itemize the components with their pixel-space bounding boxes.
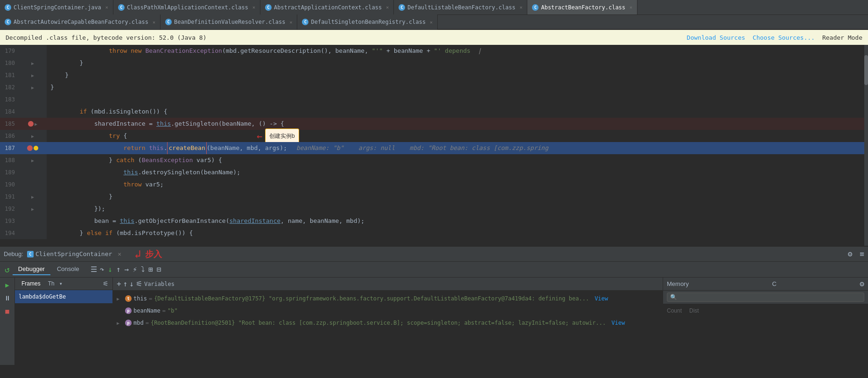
- pause-btn[interactable]: ⏸: [2, 292, 13, 304]
- fold-191: ▶: [31, 194, 34, 200]
- close-tab-7[interactable]: ✕: [289, 20, 292, 25]
- reader-mode-btn[interactable]: Reader Mode: [822, 34, 862, 41]
- memory-content: Count Dist: [663, 304, 868, 365]
- threads-filter-icon[interactable]: ⚟: [103, 280, 109, 287]
- line-content-179: throw new BeanCreationException(mbd.getR…: [47, 45, 868, 57]
- evaluate-btn[interactable]: ⚡: [132, 264, 138, 275]
- tab-abstractautowire[interactable]: C AbstractAutowireCapableBeanFactory.cla…: [0, 14, 161, 29]
- var-view-this[interactable]: View: [595, 295, 608, 302]
- tab-defaultsingleton[interactable]: C DefaultSingletonBeanRegistry.class ✕: [297, 14, 438, 29]
- code-scrollbar[interactable]: [864, 45, 868, 246]
- gutter-icons-185: ▶: [19, 121, 47, 127]
- code-line-180: 180 ▶ }: [0, 57, 868, 69]
- download-sources-link[interactable]: Download Sources: [687, 34, 745, 41]
- restart-btn[interactable]: ↺: [4, 264, 11, 275]
- close-tab-1[interactable]: ✕: [105, 5, 108, 10]
- var-row-this: ▶ t this = {DefaultListableBeanFactory@1…: [113, 292, 663, 305]
- line-content-186: try { ← 创建实例b: [47, 130, 868, 142]
- arrow-annotation-186: ←: [257, 130, 262, 142]
- line-content-183: [47, 93, 868, 106]
- memory-c: C: [772, 280, 776, 287]
- close-tab-8[interactable]: ✕: [430, 20, 433, 25]
- code-line-192: 192 ▶ });: [0, 203, 868, 215]
- var-expand-mbd[interactable]: ▶: [117, 321, 123, 326]
- var-eq-this: =: [149, 295, 152, 302]
- gutter-icons-186: ▶: [19, 134, 47, 139]
- step-into-btn[interactable]: ↓: [107, 264, 113, 275]
- var-icon-beanname: p: [125, 307, 132, 314]
- tab-label-7: BeanDefinitionValueResolver.class: [174, 19, 285, 25]
- line-content-191: }: [47, 191, 868, 203]
- tab-abstractapp[interactable]: C AbstractApplicationContext.class ✕: [260, 0, 394, 15]
- tab-defaultlistable[interactable]: C DefaultListableBeanFactory.class ✕: [394, 0, 527, 15]
- tab-icon-2: C: [118, 4, 125, 11]
- line-content-190: throw var5;: [47, 178, 868, 191]
- resume-btn[interactable]: ▶: [2, 279, 13, 291]
- tab-beandefinition[interactable]: C BeanDefinitionValueResolver.class ✕: [161, 14, 297, 29]
- step-over-btn[interactable]: ↷: [99, 264, 105, 275]
- close-tab-6[interactable]: ✕: [153, 20, 155, 25]
- step-out-btn[interactable]: ↑: [115, 264, 122, 275]
- threads-dropdown-icon[interactable]: ▾: [59, 280, 63, 287]
- frames-tab[interactable]: Frames: [19, 279, 43, 288]
- step-force-btn[interactable]: ⤵: [140, 264, 146, 275]
- line-num-182: 182: [0, 84, 19, 91]
- var-down-btn[interactable]: ↓: [129, 279, 134, 288]
- var-filter-btn[interactable]: ⚟: [136, 279, 142, 288]
- debug-file: C ClientSpringContainer: [27, 250, 112, 257]
- tab-label-1: ClientSpringContainer.java: [14, 4, 101, 11]
- frame-item-lambda[interactable]: lambda$doGetBe: [15, 290, 112, 303]
- panel-options-icon[interactable]: ≡: [860, 250, 864, 258]
- code-line-185: 185 ▶ sharedInstance = this.getSingleton…: [0, 118, 868, 130]
- close-tab-3[interactable]: ✕: [386, 5, 389, 10]
- variables-toolbar: + ↑ ↓ ⚟ Variables: [113, 278, 663, 291]
- tab-classpathxml[interactable]: C ClassPathXmlApplicationContext.class ✕: [113, 0, 260, 15]
- var-up-btn[interactable]: ↑: [123, 279, 128, 288]
- run-to-cursor-btn[interactable]: →: [124, 264, 130, 275]
- gutter-190: 190: [0, 178, 47, 191]
- var-view-mbd[interactable]: View: [611, 320, 625, 326]
- dist-label: Dist: [689, 307, 699, 314]
- fold-182: ▶: [31, 85, 34, 90]
- line-num-181: 181: [0, 72, 19, 78]
- list-view-icon[interactable]: ☰: [91, 265, 97, 274]
- line-content-184: if (mbd.isSingleton()) {: [47, 106, 868, 118]
- tab-debugger[interactable]: Debugger: [13, 264, 50, 275]
- line-content-193: bean = this.getObjectForBeanInstance(sha…: [47, 215, 868, 227]
- fold-185: ▶: [35, 121, 37, 127]
- tab-console[interactable]: Console: [51, 264, 85, 275]
- frames-icon[interactable]: ⊞: [147, 264, 154, 275]
- memory-search-icon: 🔍: [670, 294, 677, 300]
- var-add-btn[interactable]: +: [117, 279, 121, 288]
- settings-gear-icon[interactable]: ⚙: [848, 250, 853, 258]
- tab-icon-4: C: [399, 4, 405, 11]
- memory-panel: Memory C ⚙ 🔍 Count Dist: [663, 278, 868, 365]
- memory-settings-icon[interactable]: ⚙: [860, 279, 864, 288]
- line-num-183: 183: [0, 96, 19, 103]
- close-tab-4[interactable]: ✕: [519, 5, 522, 10]
- fold-188: ▶: [31, 158, 34, 163]
- var-name-this: this: [133, 295, 147, 302]
- gutter-icons-192: ▶: [19, 207, 47, 212]
- tab-label-4: DefaultListableBeanFactory.class: [407, 4, 515, 11]
- line-num-194: 194: [0, 230, 19, 236]
- memory-search-input[interactable]: [679, 294, 749, 300]
- close-tab-5[interactable]: ✕: [630, 5, 632, 10]
- memory-header: Memory C ⚙: [663, 278, 868, 291]
- choose-sources-link[interactable]: Choose Sources...: [753, 34, 815, 41]
- code-line-191: 191 ▶ }: [0, 191, 868, 203]
- tab-abstractbean[interactable]: C AbstractBeanFactory.class ✕: [527, 0, 637, 15]
- var-row-beanname: p beanName = "b": [113, 305, 663, 317]
- code-line-189: 189 this.destroySingleton(beanName);: [0, 166, 868, 178]
- watch-icon[interactable]: ⊟: [156, 264, 162, 275]
- gutter-189: 189: [0, 166, 47, 178]
- breakpoint-187[interactable]: [27, 145, 33, 151]
- var-expand-this[interactable]: ▶: [117, 296, 123, 301]
- stop-btn[interactable]: ■: [2, 306, 13, 317]
- threads-tab[interactable]: Th: [45, 279, 57, 288]
- close-tab-2[interactable]: ✕: [252, 5, 255, 10]
- debug-close-btn[interactable]: ✕: [118, 250, 121, 257]
- breakpoint-185[interactable]: [28, 121, 34, 127]
- line-num-186: 186: [0, 133, 19, 139]
- tab-client-spring[interactable]: C ClientSpringContainer.java ✕: [0, 0, 113, 15]
